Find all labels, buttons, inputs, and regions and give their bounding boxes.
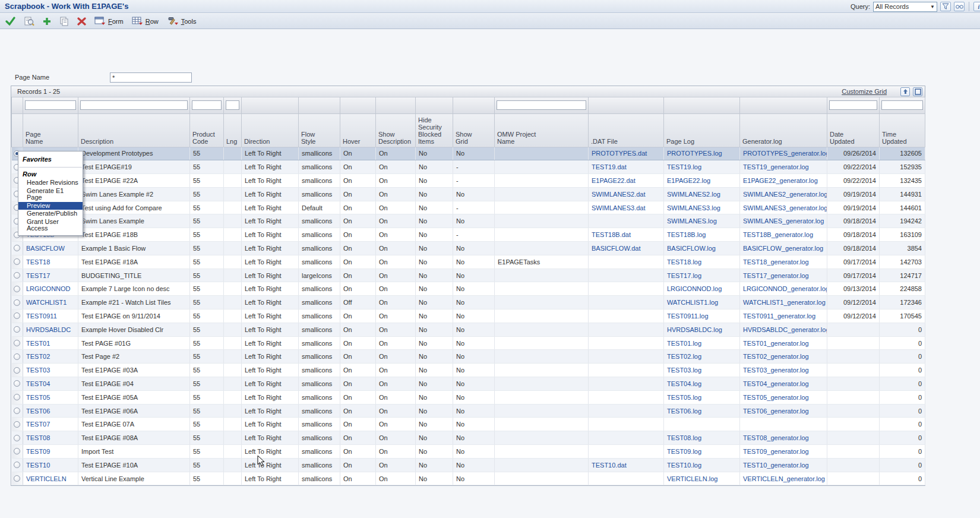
- row-select-radio[interactable]: [14, 421, 20, 428]
- cell-glog[interactable]: PROTOTYPES_generator.log: [740, 147, 827, 160]
- row-menu-button[interactable]: Row: [129, 15, 161, 28]
- cell-name[interactable]: TEST10: [23, 458, 78, 472]
- page-name-input[interactable]: [110, 72, 192, 83]
- column-filter-input[interactable]: [226, 100, 239, 110]
- cell-name[interactable]: TEST17: [23, 269, 78, 282]
- cell-glog[interactable]: TEST0911_generator.log: [740, 309, 827, 323]
- cell-plog[interactable]: TEST09.log: [664, 445, 740, 459]
- cell-name[interactable]: TEST05: [23, 390, 78, 404]
- cell-plog[interactable]: TEST0911.log: [664, 309, 740, 323]
- cell-plog[interactable]: TEST18B.log: [664, 228, 740, 242]
- delete-button[interactable]: [75, 15, 88, 28]
- cell-plog[interactable]: TEST01.log: [664, 336, 740, 350]
- cell-dat[interactable]: PROTOTYPES.dat: [589, 147, 664, 160]
- cell-plog[interactable]: TEST08.log: [664, 431, 740, 445]
- cell-plog[interactable]: TEST06.log: [664, 404, 740, 418]
- row-select-radio[interactable]: [14, 367, 20, 374]
- cell-dat[interactable]: SWIMLANES2.dat: [589, 187, 664, 201]
- tools-menu-button[interactable]: Tools: [165, 15, 199, 28]
- column-header[interactable]: [12, 113, 23, 147]
- column-header[interactable]: Description: [78, 113, 190, 147]
- filter-funnel-icon[interactable]: [940, 2, 951, 11]
- cell-plog[interactable]: WATCHLIST1.log: [664, 296, 740, 309]
- cell-name[interactable]: TEST06: [23, 404, 78, 418]
- row-select-radio[interactable]: [14, 394, 20, 400]
- cell-plog[interactable]: TEST03.log: [664, 364, 740, 377]
- menu-item-grant-user-access[interactable]: Grant User Access: [18, 218, 83, 233]
- cell-plog[interactable]: HVRDSABLDC.log: [664, 323, 740, 336]
- column-header[interactable]: Page Name: [23, 113, 78, 147]
- row-select-radio[interactable]: [14, 353, 20, 360]
- cell-glog[interactable]: TEST18_generator.log: [740, 255, 827, 269]
- cell-plog[interactable]: SWIMLANES3.log: [664, 201, 740, 214]
- cell-glog[interactable]: TEST02_generator.log: [740, 350, 827, 364]
- query-select[interactable]: All Records ▼: [873, 2, 937, 12]
- cell-plog[interactable]: TEST02.log: [664, 350, 740, 364]
- column-filter-input[interactable]: [25, 100, 76, 110]
- customize-grid-link[interactable]: Customize Grid: [842, 88, 887, 95]
- add-button[interactable]: [40, 15, 53, 28]
- cell-plog[interactable]: SWIMLANES.log: [664, 214, 740, 228]
- cell-name[interactable]: TEST01: [23, 336, 78, 350]
- column-header[interactable]: Generator.log: [740, 113, 827, 147]
- cell-name[interactable]: TEST09: [23, 445, 78, 459]
- cell-name[interactable]: TEST04: [23, 377, 78, 391]
- column-header[interactable]: Show Description: [376, 113, 416, 147]
- cell-name[interactable]: WATCHLIST1: [23, 296, 78, 309]
- row-select-radio[interactable]: [14, 245, 20, 251]
- row-select-radio[interactable]: [14, 340, 20, 346]
- export-grid-icon[interactable]: [900, 87, 910, 96]
- row-select-radio[interactable]: [14, 475, 20, 482]
- cell-glog[interactable]: SWIMLANES_generator.log: [740, 214, 827, 228]
- row-select-radio[interactable]: [14, 258, 20, 265]
- cell-dat[interactable]: BASICFLOW.dat: [589, 242, 664, 255]
- menu-item-header-revisions[interactable]: Header Revisions: [18, 179, 83, 187]
- cell-name[interactable]: LRGICONNOD: [23, 282, 78, 296]
- cell-plog[interactable]: TEST04.log: [664, 377, 740, 391]
- column-filter-input[interactable]: [881, 100, 923, 110]
- cell-glog[interactable]: VERTICLELN_generator.log: [740, 472, 827, 485]
- cell-name[interactable]: TEST18: [23, 255, 78, 269]
- form-menu-button[interactable]: Form: [92, 15, 126, 28]
- column-header[interactable]: Time Updated: [880, 113, 925, 147]
- maximize-grid-icon[interactable]: [913, 87, 922, 96]
- column-header[interactable]: Hover: [340, 113, 376, 147]
- cell-glog[interactable]: TEST01_generator.log: [740, 336, 827, 350]
- column-header[interactable]: Hide Security Blocked Items: [416, 113, 453, 147]
- row-select-radio[interactable]: [14, 272, 20, 279]
- cell-glog[interactable]: TEST04_generator.log: [740, 377, 827, 391]
- menu-item-generate-e1-page[interactable]: Generate E1 Page: [18, 187, 83, 202]
- cell-plog[interactable]: PROTOTYPES.log: [664, 147, 740, 160]
- cell-glog[interactable]: SWIMLANES2_generator.log: [740, 187, 827, 201]
- cell-plog[interactable]: TEST05.log: [664, 390, 740, 404]
- row-select-radio[interactable]: [14, 408, 20, 414]
- cell-name[interactable]: HVRDSABLDC: [23, 323, 78, 336]
- column-header[interactable]: Show Grid: [453, 113, 495, 147]
- info-icon[interactable]: i: [973, 2, 980, 11]
- row-select-radio[interactable]: [14, 380, 20, 387]
- cell-glog[interactable]: WATCHLIST1_generator.log: [740, 296, 827, 309]
- row-select-radio[interactable]: [14, 448, 20, 454]
- cell-glog[interactable]: LRGICONNOD_generator.log: [740, 282, 827, 296]
- cell-glog[interactable]: BASICFLOW_generator.log: [740, 242, 827, 255]
- menu-item-preview[interactable]: Preview: [18, 202, 83, 210]
- cell-glog[interactable]: HVRDSABLDC_generator.log: [740, 323, 827, 336]
- column-filter-input[interactable]: [80, 100, 188, 110]
- cell-plog[interactable]: VERTICLELN.log: [664, 472, 740, 485]
- cell-name[interactable]: TEST08: [23, 431, 78, 445]
- row-select-radio[interactable]: [14, 435, 20, 441]
- find-button[interactable]: [21, 15, 37, 28]
- cell-plog[interactable]: TEST18.log: [664, 255, 740, 269]
- column-header[interactable]: Lng: [224, 113, 242, 147]
- cell-name[interactable]: TEST03: [23, 364, 78, 377]
- cell-dat[interactable]: TEST10.dat: [589, 458, 664, 472]
- column-filter-input[interactable]: [497, 100, 586, 110]
- cell-glog[interactable]: TEST17_generator.log: [740, 269, 827, 282]
- cell-plog[interactable]: E1PAGE22.log: [664, 174, 740, 188]
- column-header[interactable]: Date Updated: [827, 113, 880, 147]
- cell-plog[interactable]: TEST10.log: [664, 458, 740, 472]
- cell-dat[interactable]: E1PAGE22.dat: [589, 174, 664, 188]
- cell-glog[interactable]: TEST09_generator.log: [740, 445, 827, 459]
- row-select-radio[interactable]: [14, 462, 20, 468]
- column-header[interactable]: Flow Style: [299, 113, 340, 147]
